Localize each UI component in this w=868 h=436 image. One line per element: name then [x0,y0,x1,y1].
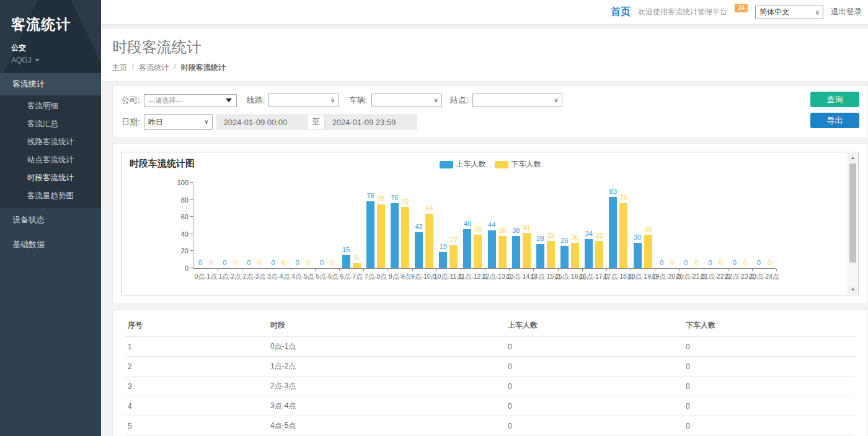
y-axis-tick-label: 60 [171,213,188,220]
line-select[interactable]: ∨ [268,94,339,107]
bar-value-label: 19 [440,243,447,250]
x-axis-category-label: 2点-3点 [243,272,265,281]
logout-link[interactable]: 退出登录 [831,7,862,17]
x-axis-category-label: 3点-4点 [267,272,290,281]
sidebar-subitem[interactable]: 站点客流统计 [0,151,101,169]
home-link[interactable]: 首页 [611,6,631,19]
chevron-down-icon: ∨ [815,9,820,15]
legend-label: 上车人数 [456,159,486,170]
y-axis-tick-mark [190,216,193,217]
company-select[interactable]: ---请选择--- [144,94,237,107]
bar-value-label: 15 [342,246,350,253]
station-select[interactable]: ∨ [472,94,562,107]
breadcrumb-item[interactable]: 客流统计 [139,63,169,73]
bar-value-label: 39 [644,225,652,233]
bar-alighting [595,241,603,268]
welcome-text: 欢迎使用客流统计管理平台 [638,7,727,17]
legend-item[interactable]: 下车人数 [495,159,541,170]
org-code-dropdown[interactable]: AQGJ [11,56,90,64]
bar-value-label: 0 [330,259,334,266]
table-cell: 4点-5点 [268,416,505,436]
bar-value-label: 0 [733,259,737,266]
x-axis-tick-mark [485,269,485,271]
y-axis-tick-mark [190,199,193,200]
bar-boarding [560,246,569,268]
table-cell: 0点-1点 [268,337,505,357]
bar-value-label: 30 [571,233,578,241]
bar-value-label: 0 [223,259,226,266]
x-axis-tick-mark [461,269,461,271]
language-select[interactable]: 简体中文 ∨ [755,6,823,19]
bar-value-label: 32 [596,232,603,239]
legend-swatch [440,161,453,168]
table-header-cell: 下车人数 [683,315,855,337]
filter-row-1: 公司: ---请选择--- 线路: ∨ 车辆: ∨ 站点: [122,94,859,107]
sidebar-subitem[interactable]: 客流明细 [0,97,101,115]
sidebar-item-base-data[interactable]: 基础数据 [0,232,101,257]
table-row: 32点-3点00 [125,377,855,396]
x-axis-tick-mark [218,269,218,271]
breadcrumb-item[interactable]: 主页 [112,63,127,73]
scrollbar-thumb[interactable] [849,164,856,263]
chart-title: 时段车流统计图 [130,158,195,170]
line-label: 线路: [247,95,265,106]
x-axis-category-label: 1点-2点 [219,272,241,281]
bar-value-label: 42 [415,223,422,230]
sidebar-subitem[interactable]: 客流汇总 [0,115,101,133]
date-preset-select[interactable]: 昨日 ∨ [144,114,213,130]
x-axis-tick-mark [606,269,607,271]
sidebar-subitem[interactable]: 客流量趋势图 [0,187,101,205]
bar-alighting [523,233,531,268]
sidebar-subitem[interactable]: 线路客流统计 [0,133,101,151]
table-cell: 0 [505,416,683,436]
bar-boarding [439,252,447,268]
sidebar-item-device-status[interactable]: 设备状态 [0,207,101,232]
x-axis-tick-mark [412,269,413,271]
date-start-input[interactable]: 2024-01-09 00:00 [216,114,307,130]
x-axis-category-label: 4点-5点 [291,272,314,281]
org-code-label: AQGJ [11,56,32,64]
chart-scrollbar[interactable]: ▲ ▼ [848,153,857,294]
query-button[interactable]: 查询 [810,92,859,107]
bar-alighting [644,235,652,268]
bar-value-label: 0 [272,259,275,266]
sidebar-subitem[interactable]: 时段客流统计 [0,169,101,187]
x-axis-tick-mark [533,269,534,271]
sidebar-item-passenger-stats[interactable]: 客流统计 [0,73,101,95]
x-axis-tick-mark [776,269,777,271]
filter-row-2: 日期: 昨日 ∨ 2024-01-09 00:00 至 2024-01-09 2… [122,114,859,130]
table-cell: 1点-2点 [268,357,505,377]
station-label: 站点: [450,95,469,106]
legend-item[interactable]: 上车人数 [440,159,486,170]
bar-value-label: 41 [523,224,530,231]
x-axis-tick-mark [704,269,704,271]
vehicle-label: 车辆: [349,95,368,106]
table-cell: 0 [505,377,683,396]
x-axis-tick-mark [242,269,242,271]
export-button[interactable]: 导出 [810,113,859,128]
filter-panel: 公司: ---请选择--- 线路: ∨ 车辆: ∨ 站点: [112,85,868,138]
table-cell: 0 [505,357,683,377]
scroll-up-icon[interactable]: ▲ [848,153,857,162]
bar-value-label: 26 [560,237,568,244]
date-preset-value: 昨日 [148,117,163,128]
x-axis-tick-mark [679,269,680,271]
company-label: 公司: [122,95,140,106]
notification-badge[interactable]: 34 [735,4,748,12]
table-cell: 1 [125,337,268,357]
bar-value-label: 0 [684,259,688,266]
vehicle-select[interactable]: ∨ [371,94,442,107]
bar-value-label: 0 [709,259,712,266]
bar-value-label: 38 [498,227,506,234]
bar-value-label: 83 [609,188,617,195]
bar-value-label: 32 [547,232,554,239]
x-axis-category-label: 7点-8点 [365,272,387,281]
bar-value-label: 0 [320,259,324,266]
bar-value-label: 64 [425,204,433,212]
bar-alighting [571,243,579,268]
bar-value-label: 72 [401,198,409,205]
table-cell: 5 [125,416,268,436]
scroll-down-icon[interactable]: ▼ [848,285,857,294]
y-axis-tick-mark [190,250,193,251]
date-end-input[interactable]: 2024-01-09 23:59 [325,114,417,130]
